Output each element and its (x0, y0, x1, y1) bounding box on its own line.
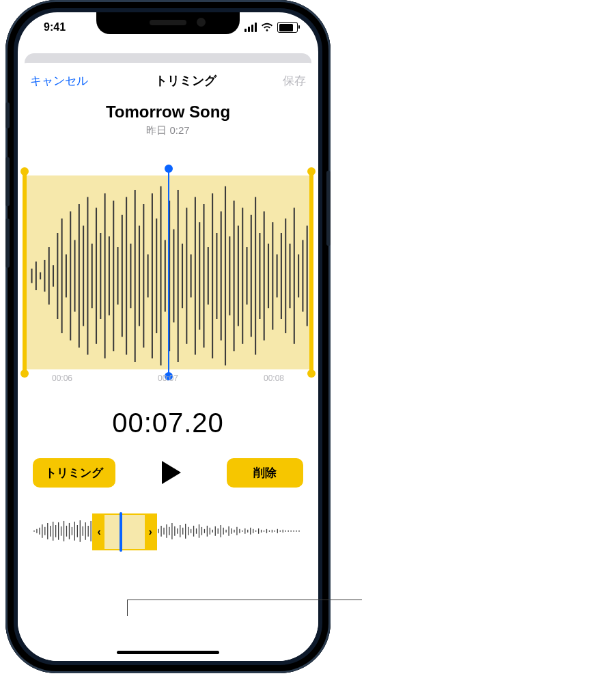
recording-subtitle: 昨日 0:27 (18, 124, 318, 137)
status-time: 9:41 (44, 21, 66, 33)
phone-frame: 9:41 キャンセル トリミング 保存 Tomorrow Song 昨日 0:2… (5, 0, 331, 673)
waveform-overview[interactable]: ‹ › (33, 513, 303, 550)
volume-down-button (5, 219, 10, 268)
home-indicator[interactable] (117, 651, 219, 654)
play-icon (160, 460, 183, 485)
overview-selection[interactable]: ‹ › (92, 513, 157, 550)
cancel-button[interactable]: キャンセル (30, 73, 88, 89)
tick-label: 00:07 (158, 374, 178, 389)
overview-trim-handle-start[interactable]: ‹ (94, 515, 104, 549)
nav-title: トリミング (155, 72, 216, 89)
zoom-trim-handle-end[interactable] (309, 171, 313, 374)
callout-line (127, 600, 362, 600)
overview-playhead[interactable] (120, 512, 122, 552)
waveform-zoom[interactable]: 00:06 00:07 00:08 (25, 175, 311, 389)
delete-button[interactable]: 削除 (227, 458, 303, 488)
trim-sheet: キャンセル トリミング 保存 Tomorrow Song 昨日 0:27 (18, 63, 318, 661)
recording-title: Tomorrow Song (18, 102, 318, 122)
notch (96, 12, 240, 34)
nav-bar: キャンセル トリミング 保存 (18, 63, 318, 93)
screen: 9:41 キャンセル トリミング 保存 Tomorrow Song 昨日 0:2… (18, 12, 318, 661)
battery-icon (277, 22, 298, 33)
play-button[interactable] (155, 456, 188, 489)
controls-row: トリミング 削除 (33, 456, 303, 489)
zoom-time-ticks: 00:06 00:07 00:08 (25, 374, 311, 389)
zoom-trim-handle-start[interactable] (23, 171, 27, 374)
zoom-playhead[interactable] (168, 169, 169, 376)
save-button[interactable]: 保存 (283, 73, 306, 89)
current-time: 00:07.20 (18, 408, 318, 438)
tick-label: 00:08 (264, 374, 284, 389)
overview-waveform-icon (33, 518, 303, 545)
power-button (326, 171, 331, 246)
volume-up-button (5, 157, 10, 206)
callout-line (127, 600, 128, 616)
trim-button[interactable]: トリミング (33, 458, 115, 488)
overview-trim-handle-end[interactable]: › (145, 515, 156, 549)
tick-label: 00:06 (52, 374, 72, 389)
wifi-icon (261, 23, 273, 32)
mute-switch (5, 102, 10, 128)
cellular-icon (244, 23, 257, 32)
